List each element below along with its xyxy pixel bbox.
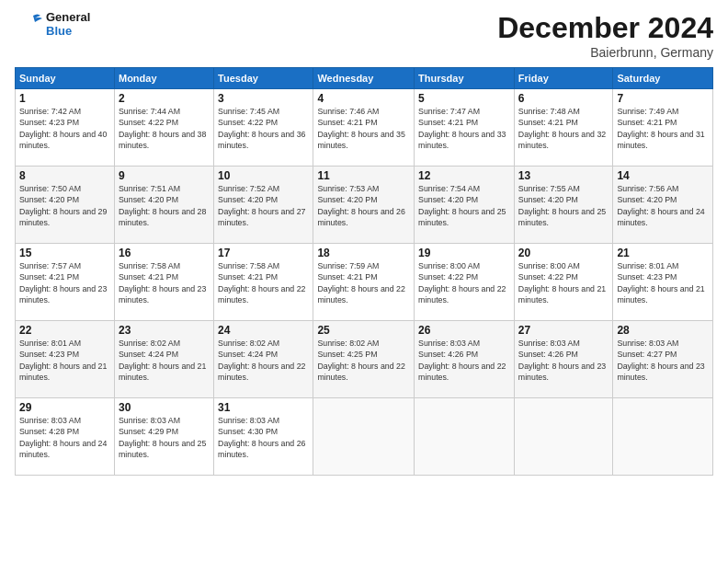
weekday-header-friday: Friday [514, 68, 613, 89]
day-info: Sunrise: 7:45 AMSunset: 4:22 PMDaylight:… [218, 106, 309, 151]
weekday-header-tuesday: Tuesday [214, 68, 313, 89]
day-info: Sunrise: 7:58 AMSunset: 4:21 PMDaylight:… [218, 260, 309, 305]
day-number: 27 [518, 324, 609, 337]
day-info: Sunrise: 7:51 AMSunset: 4:20 PMDaylight:… [119, 183, 210, 228]
day-number: 1 [19, 92, 110, 105]
calendar-week-row: 22Sunrise: 8:01 AMSunset: 4:23 PMDayligh… [16, 321, 713, 398]
day-info: Sunrise: 7:46 AMSunset: 4:21 PMDaylight:… [317, 106, 410, 151]
calendar-cell [613, 398, 713, 476]
calendar-week-row: 1Sunrise: 7:42 AMSunset: 4:23 PMDaylight… [16, 89, 713, 167]
calendar-week-row: 8Sunrise: 7:50 AMSunset: 4:20 PMDaylight… [16, 167, 713, 244]
calendar-cell: 8Sunrise: 7:50 AMSunset: 4:20 PMDaylight… [16, 167, 115, 244]
calendar-cell: 27Sunrise: 8:03 AMSunset: 4:26 PMDayligh… [514, 321, 613, 398]
page: General Blue December 2024 Baierbrunn, G… [0, 0, 728, 563]
weekday-header-saturday: Saturday [613, 68, 713, 89]
day-number: 17 [218, 247, 309, 259]
day-info: Sunrise: 7:55 AMSunset: 4:20 PMDaylight:… [518, 183, 609, 228]
day-info: Sunrise: 7:44 AMSunset: 4:22 PMDaylight:… [119, 106, 210, 151]
calendar-cell: 22Sunrise: 8:01 AMSunset: 4:23 PMDayligh… [16, 321, 115, 398]
calendar-cell: 1Sunrise: 7:42 AMSunset: 4:23 PMDaylight… [16, 89, 115, 167]
logo: General Blue [15, 11, 90, 39]
day-number: 18 [317, 247, 410, 259]
day-info: Sunrise: 7:50 AMSunset: 4:20 PMDaylight:… [19, 183, 110, 228]
day-info: Sunrise: 7:42 AMSunset: 4:23 PMDaylight:… [19, 106, 110, 151]
day-number: 15 [19, 247, 110, 259]
weekday-header-row: SundayMondayTuesdayWednesdayThursdayFrid… [16, 68, 713, 89]
day-number: 22 [19, 324, 110, 337]
day-number: 6 [518, 92, 609, 105]
day-info: Sunrise: 8:02 AMSunset: 4:24 PMDaylight:… [218, 338, 309, 383]
calendar-cell: 13Sunrise: 7:55 AMSunset: 4:20 PMDayligh… [514, 167, 613, 244]
day-number: 16 [119, 247, 210, 259]
calendar-cell: 21Sunrise: 8:01 AMSunset: 4:23 PMDayligh… [613, 244, 713, 321]
calendar-cell: 6Sunrise: 7:48 AMSunset: 4:21 PMDaylight… [514, 89, 613, 167]
calendar-cell: 3Sunrise: 7:45 AMSunset: 4:22 PMDaylight… [214, 89, 313, 167]
day-info: Sunrise: 8:03 AMSunset: 4:27 PMDaylight:… [617, 338, 709, 383]
calendar-cell: 5Sunrise: 7:47 AMSunset: 4:21 PMDaylight… [415, 89, 515, 167]
day-info: Sunrise: 7:58 AMSunset: 4:21 PMDaylight:… [119, 260, 210, 305]
calendar-cell [514, 398, 613, 476]
day-number: 26 [418, 324, 510, 337]
calendar-cell: 17Sunrise: 7:58 AMSunset: 4:21 PMDayligh… [214, 244, 313, 321]
calendar-cell: 11Sunrise: 7:53 AMSunset: 4:20 PMDayligh… [313, 167, 415, 244]
day-info: Sunrise: 8:01 AMSunset: 4:23 PMDaylight:… [617, 260, 709, 305]
calendar-cell: 16Sunrise: 7:58 AMSunset: 4:21 PMDayligh… [114, 244, 213, 321]
calendar-cell: 14Sunrise: 7:56 AMSunset: 4:20 PMDayligh… [613, 167, 713, 244]
weekday-header-thursday: Thursday [415, 68, 515, 89]
day-info: Sunrise: 7:57 AMSunset: 4:21 PMDaylight:… [19, 260, 110, 305]
day-number: 10 [218, 169, 309, 182]
month-title: December 2024 [497, 11, 713, 45]
calendar-cell: 23Sunrise: 8:02 AMSunset: 4:24 PMDayligh… [114, 321, 213, 398]
day-number: 14 [617, 169, 709, 182]
day-info: Sunrise: 7:52 AMSunset: 4:20 PMDaylight:… [218, 183, 309, 228]
day-number: 3 [218, 92, 309, 105]
calendar-cell: 20Sunrise: 8:00 AMSunset: 4:22 PMDayligh… [514, 244, 613, 321]
calendar-cell: 15Sunrise: 7:57 AMSunset: 4:21 PMDayligh… [16, 244, 115, 321]
day-info: Sunrise: 7:53 AMSunset: 4:20 PMDaylight:… [317, 183, 410, 228]
calendar-cell: 31Sunrise: 8:03 AMSunset: 4:30 PMDayligh… [214, 398, 313, 476]
weekday-header-sunday: Sunday [16, 68, 115, 89]
day-number: 21 [617, 247, 709, 259]
day-number: 7 [617, 92, 709, 105]
logo-line1: General [46, 11, 90, 25]
title-area: December 2024 Baierbrunn, Germany [497, 11, 713, 60]
day-number: 30 [119, 401, 210, 414]
calendar-cell: 19Sunrise: 8:00 AMSunset: 4:22 PMDayligh… [415, 244, 515, 321]
day-number: 8 [19, 169, 110, 182]
day-info: Sunrise: 7:48 AMSunset: 4:21 PMDaylight:… [518, 106, 609, 151]
day-number: 19 [418, 247, 510, 259]
calendar-cell: 28Sunrise: 8:03 AMSunset: 4:27 PMDayligh… [613, 321, 713, 398]
calendar-cell: 4Sunrise: 7:46 AMSunset: 4:21 PMDaylight… [313, 89, 415, 167]
calendar-cell: 9Sunrise: 7:51 AMSunset: 4:20 PMDaylight… [114, 167, 213, 244]
calendar-cell [415, 398, 515, 476]
day-info: Sunrise: 8:01 AMSunset: 4:23 PMDaylight:… [19, 338, 110, 383]
calendar-cell: 2Sunrise: 7:44 AMSunset: 4:22 PMDaylight… [114, 89, 213, 167]
calendar-cell: 26Sunrise: 8:03 AMSunset: 4:26 PMDayligh… [415, 321, 515, 398]
day-info: Sunrise: 8:00 AMSunset: 4:22 PMDaylight:… [418, 260, 510, 305]
calendar-cell: 12Sunrise: 7:54 AMSunset: 4:20 PMDayligh… [415, 167, 515, 244]
logo-bird-icon [15, 11, 42, 39]
day-number: 12 [418, 169, 510, 182]
calendar-cell: 24Sunrise: 8:02 AMSunset: 4:24 PMDayligh… [214, 321, 313, 398]
calendar-cell: 29Sunrise: 8:03 AMSunset: 4:28 PMDayligh… [16, 398, 115, 476]
day-info: Sunrise: 7:59 AMSunset: 4:21 PMDaylight:… [317, 260, 410, 305]
calendar-week-row: 15Sunrise: 7:57 AMSunset: 4:21 PMDayligh… [16, 244, 713, 321]
day-number: 9 [119, 169, 210, 182]
day-number: 31 [218, 401, 309, 414]
day-number: 11 [317, 169, 410, 182]
calendar-cell: 18Sunrise: 7:59 AMSunset: 4:21 PMDayligh… [313, 244, 415, 321]
logo-container: General Blue [15, 11, 90, 39]
calendar-week-row: 29Sunrise: 8:03 AMSunset: 4:28 PMDayligh… [16, 398, 713, 476]
calendar-cell: 10Sunrise: 7:52 AMSunset: 4:20 PMDayligh… [214, 167, 313, 244]
day-number: 13 [518, 169, 609, 182]
day-number: 2 [119, 92, 210, 105]
day-number: 4 [317, 92, 410, 105]
logo-text: General Blue [46, 11, 90, 39]
day-number: 24 [218, 324, 309, 337]
weekday-header-wednesday: Wednesday [313, 68, 415, 89]
calendar-cell [313, 398, 415, 476]
weekday-header-monday: Monday [114, 68, 213, 89]
calendar-cell: 25Sunrise: 8:02 AMSunset: 4:25 PMDayligh… [313, 321, 415, 398]
day-info: Sunrise: 7:56 AMSunset: 4:20 PMDaylight:… [617, 183, 709, 228]
day-number: 5 [418, 92, 510, 105]
